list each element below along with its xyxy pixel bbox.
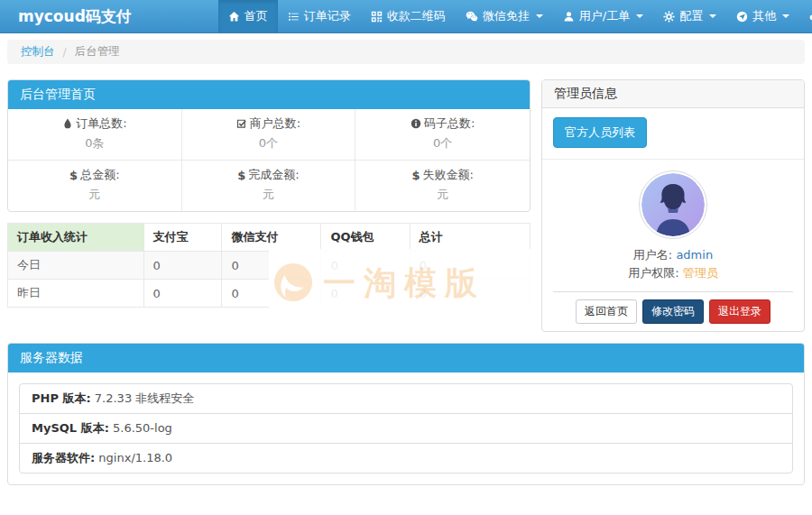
breadcrumb-current: 后台管理	[75, 44, 120, 60]
income-header-total: 总计	[410, 224, 530, 252]
stat-merchant-total: 商户总数: 0个	[182, 109, 356, 161]
username-label: 用户名:	[633, 248, 672, 262]
income-table: 订单收入统计 支付宝 微信支付 QQ钱包 总计 今日 0 0 0	[7, 223, 531, 308]
nav-item-home[interactable]: 首页	[218, 0, 278, 32]
cell-alipay: 0	[143, 280, 222, 308]
nav-item-orders[interactable]: 订单记录	[278, 0, 361, 32]
divider	[542, 159, 804, 160]
stat-label: 订单总数:	[76, 115, 126, 132]
cell-alipay: 0	[143, 252, 222, 280]
username-line: 用户名: admin	[553, 246, 793, 264]
list-item-php: PHP 版本: 7.2.33 非线程安全	[19, 383, 793, 414]
nav-item-label: 首页	[245, 8, 268, 24]
admin-panel-title: 管理员信息	[542, 80, 804, 108]
stat-complete-amount: $ 完成金额: 元	[182, 161, 356, 211]
php-version-label: PHP 版本:	[32, 391, 91, 405]
avatar	[639, 170, 707, 239]
server-data-panel: 服务器数据 PHP 版本: 7.2.33 非线程安全 MySQL 版本: 5.6…	[7, 343, 805, 485]
income-header-alipay: 支付宝	[143, 224, 222, 252]
nav-item-recommend[interactable]: 推荐/商城/更新	[799, 0, 812, 32]
caret-down-icon	[636, 14, 643, 18]
cell-total: 0	[410, 252, 530, 280]
mysql-version-label: MySQL 版本:	[32, 421, 109, 435]
gear-icon	[663, 11, 675, 23]
user-icon	[563, 11, 575, 23]
table-row-yesterday: 昨日 0 0 0 0	[8, 280, 531, 308]
server-software-label: 服务器软件:	[32, 451, 95, 464]
nav-item-label: 订单记录	[304, 8, 351, 24]
cell-total: 0	[410, 280, 530, 308]
mysql-version-value: 5.6.50-log	[113, 421, 172, 435]
username-link[interactable]: admin	[676, 248, 713, 262]
role-label: 用户权限:	[628, 266, 678, 280]
nav-item-other[interactable]: 其他	[726, 0, 799, 32]
change-password-button[interactable]: 修改密码	[642, 299, 704, 324]
admin-info-panel: 管理员信息 官方人员列表	[541, 79, 805, 332]
stat-value: 0个	[186, 135, 352, 152]
breadcrumb-separator: /	[63, 45, 67, 59]
stat-label: 总金额:	[80, 167, 119, 183]
dollar-icon: $	[237, 169, 245, 182]
stat-value: 元	[359, 187, 526, 203]
row-label: 昨日	[8, 280, 144, 308]
wechat-icon	[466, 10, 478, 23]
stat-label: 商户总数:	[250, 115, 300, 132]
stat-label: 完成金额:	[248, 167, 299, 183]
back-home-button[interactable]: 返回首页	[576, 299, 637, 324]
cell-wechat: 0	[222, 252, 321, 280]
home-icon	[228, 11, 240, 23]
admin-footer: 返回首页 修改密码 退出登录	[553, 291, 793, 331]
income-table-header-row: 订单收入统计 支付宝 微信支付 QQ钱包 总计	[8, 224, 531, 252]
role-badge: 管理员	[683, 266, 718, 280]
caret-down-icon	[709, 14, 716, 18]
list-item-server-software: 服务器软件: nginx/1.18.0	[19, 443, 793, 474]
stat-total-amount: $ 总金额: 元	[8, 161, 182, 211]
stat-value: 元	[12, 187, 178, 203]
stat-label: 失败金额:	[422, 167, 473, 183]
staff-list-button[interactable]: 官方人员列表	[553, 117, 647, 148]
stat-value: 0条	[12, 135, 178, 152]
list-item-mysql: MySQL 版本: 5.6.50-log	[19, 413, 793, 444]
income-header-qq: QQ钱包	[321, 224, 410, 252]
cell-wechat: 0	[222, 280, 321, 308]
nav-item-label: 其他	[752, 8, 776, 24]
logout-button[interactable]: 退出登录	[709, 299, 770, 324]
right-column: 管理员信息 官方人员列表	[541, 79, 805, 332]
role-line: 用户权限: 管理员	[553, 264, 793, 282]
cell-qq: 0	[321, 280, 410, 308]
income-table-wrap: 订单收入统计 支付宝 微信支付 QQ钱包 总计 今日 0 0 0	[7, 223, 531, 308]
caret-down-icon	[536, 14, 543, 18]
stat-label: 码子总数:	[424, 115, 475, 132]
check-square-icon	[236, 118, 247, 129]
send-circle-icon	[736, 11, 748, 23]
stat-value: 0个	[359, 135, 526, 152]
nav-item-wechat[interactable]: 微信免挂	[456, 0, 553, 32]
stat-value: 元	[186, 187, 352, 203]
stat-order-total: 订单总数: 0条	[8, 109, 182, 161]
server-software-value: nginx/1.18.0	[98, 451, 172, 464]
qrcode-icon	[371, 11, 383, 23]
server-panel-title: 服务器数据	[8, 344, 804, 372]
nav-item-config[interactable]: 配置	[653, 0, 726, 32]
main-content: 后台管理首页 订单总数: 0条 商户总数:	[0, 64, 812, 485]
income-header-wechat: 微信支付	[222, 224, 321, 252]
left-column: 后台管理首页 订单总数: 0条 商户总数:	[7, 79, 531, 308]
dollar-icon: $	[411, 169, 420, 182]
nav-item-users[interactable]: 用户/工单	[553, 0, 653, 32]
top-navbar: mycoud码支付 首页 订单记录 收款二维码 微信免挂 用户/工单 配置	[0, 0, 812, 33]
dashboard-panel-title: 后台管理首页	[8, 80, 530, 109]
main-nav: 首页 订单记录 收款二维码 微信免挂 用户/工单 配置 其他	[218, 0, 812, 32]
nav-item-qrcode[interactable]: 收款二维码	[361, 0, 456, 32]
breadcrumb: 控制台 / 后台管理	[7, 40, 805, 64]
list-icon	[288, 11, 300, 23]
nav-item-label: 微信免挂	[483, 8, 530, 24]
stat-failed-amount: $ 失败金额: 元	[355, 161, 530, 211]
caret-down-icon	[782, 14, 789, 18]
brand-title: mycoud码支付	[0, 0, 132, 32]
breadcrumb-home-link[interactable]: 控制台	[21, 44, 55, 60]
nav-item-label: 配置	[679, 8, 703, 24]
nav-item-label: 用户/工单	[579, 8, 630, 24]
dashboard-panel: 后台管理首页 订单总数: 0条 商户总数:	[7, 79, 531, 212]
cell-qq: 0	[321, 252, 410, 280]
stats-grid: 订单总数: 0条 商户总数: 0个 码子	[8, 109, 530, 211]
